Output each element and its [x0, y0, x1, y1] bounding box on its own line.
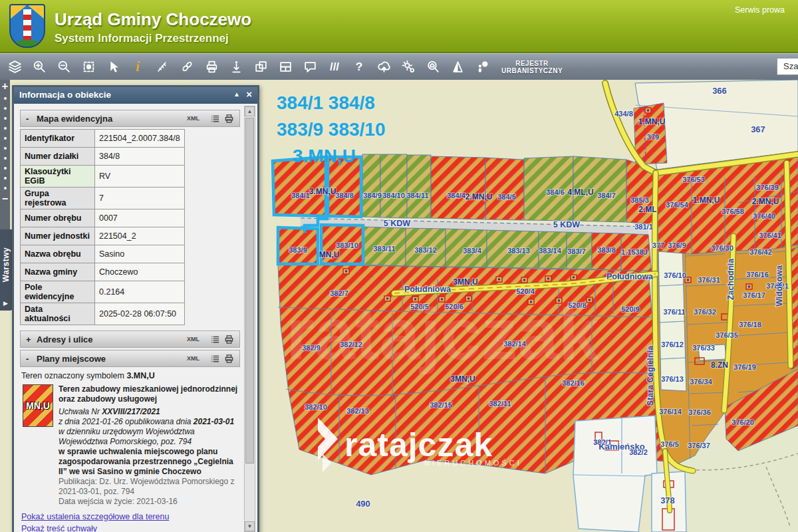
- map-label: 376/32: [694, 308, 716, 316]
- rejestr-urbanistyczny-button[interactable]: REJESTR URBANISTYCZNY: [501, 60, 563, 74]
- layout-icon: [278, 59, 293, 74]
- layout-button[interactable]: [276, 58, 295, 76]
- help-button[interactable]: ?: [350, 58, 368, 76]
- section-plany-miejscowe[interactable]: - Plany miejscowe XML: [20, 350, 240, 367]
- feedback-icon: [475, 59, 490, 74]
- panel-scrollbar[interactable]: ▲ ▼: [244, 106, 255, 532]
- select-area-icon: [81, 59, 96, 74]
- map-label: 520/6: [445, 303, 464, 311]
- svg-text:ratajczak: ratajczak: [344, 426, 493, 464]
- map-label: 376/37: [688, 442, 710, 450]
- panel-title: Informacja o obiekcie: [19, 90, 111, 100]
- map-label: 376/17: [743, 291, 765, 299]
- attribute-value: 7: [95, 188, 185, 209]
- link-show-resolution[interactable]: Pokaż treść uchwały: [21, 524, 240, 532]
- download-button[interactable]: [227, 58, 245, 76]
- feedback-button[interactable]: [473, 58, 491, 76]
- zoom-slider-plus[interactable]: +: [2, 80, 8, 93]
- map-label: 1.1538J: [621, 248, 648, 256]
- compare-windows-button[interactable]: [251, 58, 270, 76]
- panel-collapse-icon[interactable]: ▲: [233, 90, 240, 98]
- map-label: 384/1 384/8: [277, 92, 375, 113]
- map-label: 3.MN,U: [309, 187, 336, 196]
- plan-subject: w sprawie uchwalenia miejscowego planu z…: [59, 447, 240, 477]
- plan-use-title: Teren zabudowy mieszkaniowej jednorodzin…: [59, 384, 240, 404]
- settings-button[interactable]: [399, 58, 418, 76]
- print-section-icon[interactable]: [224, 114, 234, 124]
- xml-export-icon[interactable]: XML: [187, 355, 200, 362]
- map-label: 490: [356, 499, 370, 509]
- map-label: 3MN,U: [450, 374, 475, 384]
- map-label: 376/54: [666, 201, 689, 209]
- app-header: Urząd Gminy Choczewo System Informacji P…: [0, 0, 798, 53]
- scroll-down-icon[interactable]: ▼: [245, 521, 255, 531]
- map-label: 2.ML: [638, 205, 656, 214]
- xml-export-icon[interactable]: XML: [187, 336, 200, 342]
- scrollbar-thumb[interactable]: [245, 118, 254, 464]
- attribute-value: 0.2164: [95, 281, 185, 303]
- map-label: 383/8: [597, 246, 616, 254]
- map-label: 8.ZN: [711, 360, 728, 370]
- analysis-3d-icon: [450, 59, 466, 74]
- xml-export-icon[interactable]: XML: [187, 115, 200, 122]
- attribute-label: Data aktualności: [21, 303, 95, 325]
- search-input[interactable]: Sza: [777, 58, 798, 75]
- scroll-up-icon[interactable]: ▲: [245, 106, 255, 116]
- map-label: 383/12: [414, 246, 437, 254]
- map-canvas[interactable]: ratajczak ratajczak NIERUCHOMOŚCI 384/1 …: [259, 80, 798, 532]
- layers-button[interactable]: [5, 58, 24, 76]
- help-icon: ?: [356, 61, 362, 74]
- cloud-upload-icon: [376, 59, 392, 74]
- zoom-slider-minus[interactable]: −: [2, 193, 8, 205]
- measure-button[interactable]: [153, 58, 172, 76]
- attribute-value: 384/8: [95, 148, 185, 166]
- select-area-button[interactable]: [79, 58, 98, 76]
- municipality-crest-icon: [9, 4, 45, 48]
- attribute-label: Pole ewidencyjne: [21, 281, 95, 303]
- print-button[interactable]: [202, 58, 221, 76]
- map-label: 376/13: [661, 375, 684, 383]
- attribute-label: Identyfikator: [21, 130, 95, 148]
- cloud-upload-button[interactable]: [374, 58, 393, 76]
- list-view-icon[interactable]: [210, 354, 220, 364]
- map-label: 376/9: [668, 241, 686, 249]
- zoom-in-icon: [32, 59, 47, 74]
- zoom-out-button[interactable]: [55, 58, 73, 76]
- search-address-button[interactable]: [424, 58, 442, 76]
- attribute-value: RV: [95, 166, 185, 188]
- print-section-icon[interactable]: [224, 334, 234, 344]
- object-info-panel: Informacja o obiekcie ▲ × - Mapa ewidenc…: [12, 85, 259, 532]
- map-label: 1.MN,U: [638, 117, 666, 126]
- map-label: 384/5: [497, 193, 516, 201]
- section-adresy-i-ulice[interactable]: + Adresy i ulice XML: [20, 331, 240, 348]
- map-label: 376/34: [690, 378, 713, 386]
- attribute-value: Sasino: [95, 245, 185, 263]
- analysis-3d-button[interactable]: [448, 58, 467, 76]
- section-mapa-ewidencyjna[interactable]: - Mapa ewidencyjna XML: [20, 110, 240, 127]
- rejestr-line1: REJESTR: [501, 60, 563, 67]
- list-view-icon[interactable]: [210, 334, 220, 344]
- info-button[interactable]: i: [128, 58, 147, 76]
- zoom-in-button[interactable]: [30, 58, 49, 76]
- link-button[interactable]: [178, 58, 196, 76]
- comment-button[interactable]: [301, 58, 319, 76]
- map-label: 367: [751, 124, 765, 134]
- map-label: 383/10: [336, 241, 358, 249]
- pointer-button[interactable]: [104, 58, 122, 76]
- layers-panel-tab[interactable]: Warstwy ▶: [0, 229, 13, 311]
- map-label: 376/41: [759, 231, 781, 239]
- map-label: 382/15: [430, 401, 452, 409]
- settings-icon: [401, 59, 416, 74]
- map-label: 376/40: [753, 212, 775, 220]
- list-view-icon[interactable]: [210, 114, 220, 124]
- attribute-table: Identyfikator221504_2.0007.384/8Numer dz…: [20, 129, 185, 325]
- attribute-label: Nazwa gminy: [21, 263, 95, 281]
- print-section-icon[interactable]: [224, 354, 234, 364]
- attribute-row: Nazwa gminyChoczewo: [21, 263, 185, 281]
- panel-close-icon[interactable]: ×: [246, 88, 252, 100]
- measure-lines-button[interactable]: ///: [325, 58, 344, 76]
- link-show-zone-details[interactable]: Pokaż ustalenia szczegółowe dla terenu: [21, 512, 240, 521]
- attribute-label: Klasoużytki EGiB: [21, 166, 95, 188]
- map-label: 382/7: [330, 289, 348, 297]
- link-icon: [180, 59, 195, 74]
